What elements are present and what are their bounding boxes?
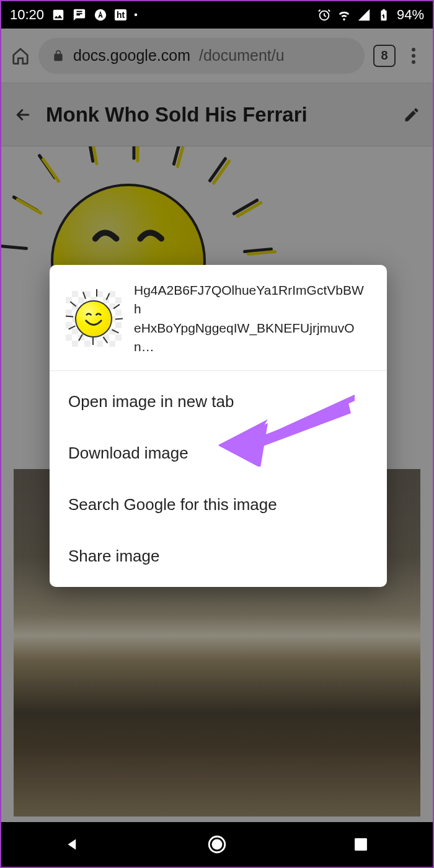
ht-icon: ht	[115, 9, 126, 20]
image-icon	[51, 8, 65, 22]
wifi-icon	[337, 8, 351, 22]
image-context-menu: Hg4A2B6FJ7QOlhueYa1RrImGctVbBWh eHxBoYpg…	[50, 265, 387, 587]
message-icon	[73, 8, 86, 22]
nav-recents-icon[interactable]	[350, 834, 371, 855]
alarm-icon	[317, 8, 331, 22]
menu-open-new-tab[interactable]: Open image in new tab	[50, 376, 387, 427]
status-right: 94%	[317, 7, 424, 23]
battery-text: 94%	[397, 7, 424, 23]
filename-line2: eHxBoYpgNggeqIW_BKNEFUjrjmuvOn…	[134, 321, 355, 354]
context-menu-list: Open image in new tab Download image Sea…	[50, 371, 387, 587]
status-left: 10:20 ht •	[10, 7, 138, 23]
system-nav-bar	[1, 822, 433, 867]
nav-home-icon[interactable]	[206, 834, 228, 855]
circle-a-icon	[94, 8, 107, 22]
status-bar: 10:20 ht • 94%	[1, 1, 433, 29]
dialog-thumbnail	[66, 291, 122, 347]
signal-icon	[357, 8, 371, 22]
dialog-filename: Hg4A2B6FJ7QOlhueYa1RrImGctVbBWh eHxBoYpg…	[134, 281, 371, 357]
menu-download-image[interactable]: Download image	[50, 427, 387, 479]
menu-share-image[interactable]: Share image	[50, 530, 387, 582]
battery-icon	[377, 8, 391, 22]
device-frame: 10:20 ht • 94% docs.google.com/document/…	[0, 0, 434, 868]
filename-line1: Hg4A2B6FJ7QOlhueYa1RrImGctVbBWh	[134, 283, 364, 316]
nav-back-icon[interactable]	[63, 834, 84, 855]
status-dot: •	[134, 9, 138, 20]
svg-rect-3	[355, 838, 367, 851]
svg-point-2	[213, 840, 221, 849]
menu-search-google[interactable]: Search Google for this image	[50, 479, 387, 530]
status-time: 10:20	[10, 7, 44, 23]
dialog-header: Hg4A2B6FJ7QOlhueYa1RrImGctVbBWh eHxBoYpg…	[50, 265, 387, 371]
